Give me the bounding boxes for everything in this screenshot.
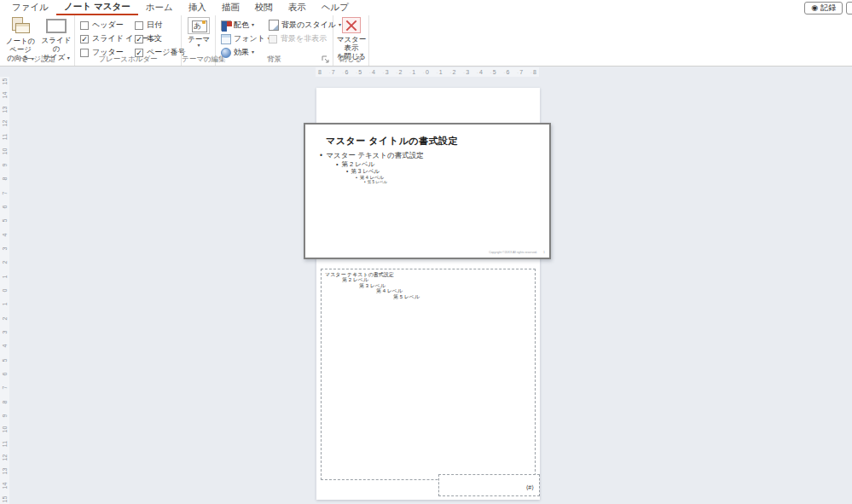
background-styles-button[interactable]: 背景のスタイル ▾ (269, 19, 341, 32)
ruler-number: 9 (2, 164, 8, 167)
close-master-label-line1: マスター表示 (334, 35, 368, 52)
colors-label: 配色 (234, 20, 249, 31)
ruler-number: 14 (2, 482, 8, 489)
slide-bullet-level5: 第 5 レベル (364, 180, 387, 184)
ruler-number: 4 (2, 233, 8, 236)
ruler-number: 3 (463, 69, 469, 75)
ruler-number: 2 (2, 261, 8, 264)
colors-button[interactable]: 配色 ▾ (221, 19, 254, 32)
checkbox-box: ✓ (80, 35, 89, 43)
ruler-number: 1 (437, 69, 443, 75)
ruler-number: 12 (2, 454, 8, 461)
ruler-number: 3 (2, 246, 8, 250)
theme-button[interactable]: あ テーマ ▾ (187, 17, 211, 48)
notes-page-orientation-icon (9, 17, 32, 36)
ruler-number: 8 (318, 69, 322, 75)
ruler-number: 6 (2, 206, 8, 209)
ruler-number: 5 (2, 219, 8, 223)
fonts-button[interactable]: フォント ▾ (221, 32, 270, 45)
group-page-setup: ノートのページ の向き ▾ スライドの サイズ ▾ ページ設定 (0, 15, 75, 66)
ruler-number: 13 (2, 468, 8, 475)
page-number-placeholder[interactable]: ⟨#⟩ (438, 474, 540, 496)
ribbon-tab[interactable]: ヘルプ (314, 0, 356, 15)
background-styles-label: 背景のスタイル (281, 20, 336, 31)
slide-number: 1 (543, 251, 545, 254)
slide-size-icon (46, 19, 67, 33)
ruler-number: 10 (2, 426, 8, 433)
header-checkbox[interactable]: ✓ ヘッダー (80, 20, 124, 31)
ruler-number: 11 (2, 134, 8, 140)
checkbox-box: ✓ (135, 21, 143, 30)
checkbox-box: ✓ (80, 21, 89, 30)
ribbon-tab-row: ◉ 記録 ファイルノート マスターホーム挿入描画校閲表示ヘルプ (0, 0, 852, 15)
ribbon-tab[interactable]: 挿入 (181, 0, 214, 15)
ruler-number: 8 (2, 400, 8, 403)
ruler-number: 14 (2, 92, 8, 99)
hide-background-label: 背景を非表示 (281, 33, 327, 44)
record-button[interactable]: ◉ 記録 (804, 2, 843, 14)
fonts-icon (221, 34, 231, 44)
date-checkbox-label: 日付 (147, 20, 162, 31)
background-styles-icon (269, 20, 279, 31)
ribbon: ◉ 記録 ファイルノート マスターホーム挿入描画校閲表示ヘルプ ノートのページ … (0, 0, 852, 67)
header-checkbox-label: ヘッダー (92, 20, 124, 31)
ruler-number: 2 (2, 316, 8, 320)
date-checkbox[interactable]: ✓ 日付 (135, 20, 162, 31)
group-label-placeholders: プレースホルダー (75, 55, 181, 65)
slide-footer-text: Copyright ©20XX All rights reserved. (489, 251, 537, 254)
colors-icon (221, 20, 231, 31)
group-background: 配色 ▾ フォント ▾ 効果 ▾ 背景のスタイル ▾ ✓ 背景を非表示 (216, 15, 333, 66)
ribbon-tab[interactable]: 描画 (214, 0, 247, 15)
ruler-number: 5 (356, 69, 362, 75)
ruler-number: 13 (2, 106, 8, 113)
ribbon-groups: ノートのページ の向き ▾ スライドの サイズ ▾ ページ設定 ✓ ヘッダー (0, 15, 852, 66)
close-master-view-icon (342, 17, 361, 33)
dropdown-arrow-icon: ▾ (252, 23, 254, 27)
ruler-number: 1 (2, 275, 8, 278)
checkbox-box: ✓ (135, 35, 143, 43)
group-label-close: 閉じる (333, 55, 368, 65)
ruler-number: 9 (2, 414, 8, 417)
notes-line-level5: 第 5 レベル (393, 294, 531, 299)
partial-edge-button[interactable] (846, 2, 852, 14)
ruler-number: 7 (2, 191, 8, 194)
notes-master-workspace: 87654321012345678 1514131211109876543210… (0, 67, 852, 504)
ribbon-tab[interactable]: 表示 (281, 0, 314, 15)
ruler-number: 11 (2, 440, 8, 446)
group-close: マスター表示 を閉じる 閉じる (333, 15, 369, 66)
dropdown-arrow-icon: ▾ (197, 43, 200, 48)
notes-body-placeholder[interactable]: マスター テキストの書式設定 第 2 レベル 第 3 レベル 第 4 レベル 第… (321, 269, 536, 480)
ribbon-tab[interactable]: 校閲 (247, 0, 281, 15)
group-edit-theme: あ テーマ ▾ テーマの編集 (182, 15, 216, 66)
ruler-number: 8 (2, 177, 8, 181)
ruler-number: 4 (477, 69, 483, 75)
body-checkbox[interactable]: ✓ 本文 (135, 33, 162, 44)
record-icon: ◉ (811, 4, 818, 12)
ruler-number: 7 (329, 69, 335, 75)
ribbon-tab[interactable]: ファイル (4, 0, 56, 15)
ruler-number: 1 (409, 69, 415, 75)
ruler-number: 6 (503, 69, 509, 75)
slide-image-placeholder[interactable]: マスター タイトルの書式設定 マスター テキストの書式設定 第 2 レベル 第 … (304, 123, 551, 259)
group-label-page-setup: ページ設定 (0, 55, 74, 65)
ruler-number: 12 (2, 120, 8, 127)
ruler-number: 2 (396, 69, 402, 75)
group-placeholders: ✓ ヘッダー ✓ スライド イメージ ✓ フッター ✓ 日付 ✓ 本文 ✓ ペー… (75, 15, 182, 66)
ruler-number: 3 (383, 69, 389, 75)
ruler-number: 4 (2, 345, 8, 348)
page-number-field: ⟨#⟩ (526, 484, 534, 491)
ruler-number: 5 (2, 358, 8, 362)
ribbon-tab[interactable]: ホーム (138, 0, 181, 15)
body-checkbox-label: 本文 (147, 33, 162, 44)
theme-icon: あ (188, 17, 210, 34)
group-label-edit-theme: テーマの編集 (182, 55, 215, 65)
ribbon-tab[interactable]: ノート マスター (56, 0, 138, 15)
record-label: 記録 (820, 3, 836, 14)
fonts-label: フォント (234, 33, 265, 44)
orientation-label-line1: ノートのページ (3, 37, 38, 54)
ruler-number: 1 (2, 303, 8, 306)
checkbox-box: ✓ (269, 35, 277, 43)
ruler-number: 0 (423, 69, 429, 75)
ruler-number: 8 (530, 69, 536, 75)
ruler-number: 15 (2, 78, 8, 85)
